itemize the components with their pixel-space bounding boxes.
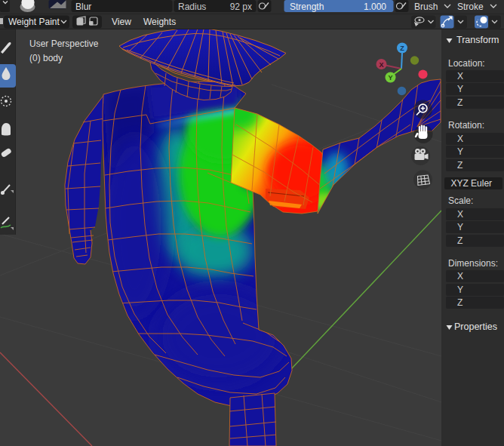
svg-text:Z: Z [400, 45, 404, 52]
svg-text:Y: Y [388, 74, 392, 82]
svg-text:X: X [379, 61, 383, 69]
